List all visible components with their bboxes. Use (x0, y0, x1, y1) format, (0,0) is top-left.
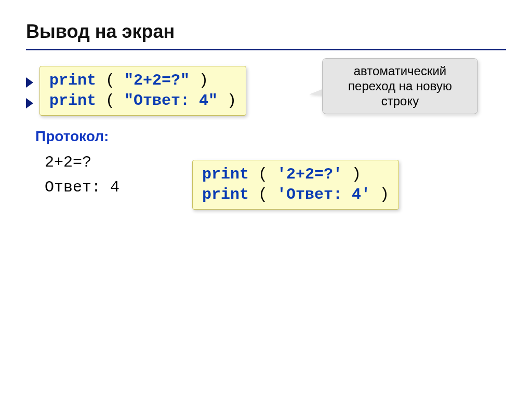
output-line: Ответ: 4 (45, 179, 119, 196)
string-literal: 'Ответ: 4' (277, 186, 370, 203)
punct: ( (96, 92, 124, 109)
string-literal: '2+2=?' (277, 166, 342, 183)
triangle-icon (26, 98, 33, 108)
punct: ( (249, 166, 277, 183)
keyword: print (49, 92, 96, 109)
keyword: print (202, 186, 249, 203)
slide-title: Вывод на экран (26, 21, 506, 46)
punct: ( (96, 72, 124, 89)
keyword: print (49, 72, 96, 89)
code-block-1: print ( "2+2=?" ) print ( "Ответ: 4" ) (39, 66, 246, 116)
slide: Вывод на экран print ( "2+2=?" ) print (… (0, 0, 532, 398)
triangle-icon (26, 77, 33, 88)
title-underline (26, 49, 506, 50)
protocol-heading: Протокол: (35, 128, 506, 145)
code-block-2: print ( '2+2=?' ) print ( 'Ответ: 4' ) (192, 160, 399, 210)
keyword: print (202, 166, 249, 183)
callout-note: автоматический переход на новую строку (322, 58, 478, 114)
punct: ) (218, 92, 236, 109)
punct: ) (370, 186, 389, 203)
punct: ( (249, 186, 277, 203)
punct: ) (342, 166, 361, 183)
bullet-triangles (26, 72, 33, 114)
string-literal: "2+2=?" (124, 72, 190, 89)
output-line: 2+2=? (45, 154, 91, 171)
punct: ) (190, 72, 208, 89)
string-literal: "Ответ: 4" (124, 92, 218, 109)
